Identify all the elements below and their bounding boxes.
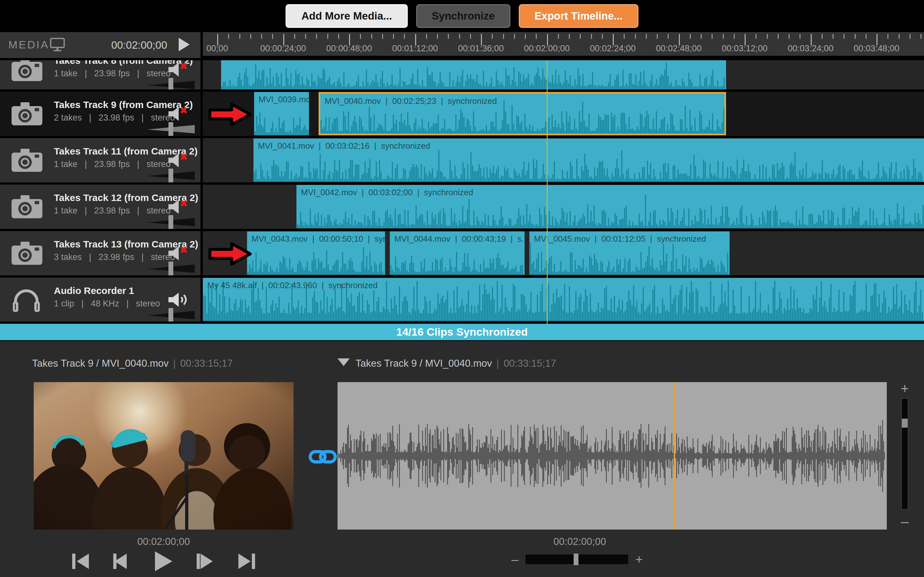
clip-label: MVI_0041.mov | 00:03:02;16 | synchronize… [258,141,430,151]
track-header[interactable]: Takes Track 13 (from Camera 2) 3 takes |… [0,231,203,276]
track-header[interactable]: Audio Recorder 1 1 clip | 48 KHz | stere… [0,277,203,322]
ruler-tick [734,34,735,39]
label-divider: | [492,358,504,369]
timeline-clip[interactable]: MVI_0043.mov | 00:00:50;10 | synchr... [247,231,385,275]
inspector-clip-title: Takes Track 9 / MVI_0040.mov [355,358,492,369]
mute-icon[interactable] [168,62,194,77]
mute-icon[interactable] [168,246,194,261]
timeline-clip[interactable]: MVI_0039.mo.. [254,92,309,135]
ruler-label: 00:00:24;00 [260,44,306,53]
ruler-tick [558,34,559,39]
timeline-clip[interactable]: MVI_0042.mov | 00:03:02;00 | synchronize… [296,185,924,228]
ruler-tick [393,34,394,39]
track-lane[interactable] [203,60,924,89]
ruler-tick [525,34,526,39]
link-icon[interactable] [309,449,337,465]
ruler-tick [899,34,900,39]
volume-handle[interactable] [168,122,173,136]
add-more-media-button[interactable]: Add More Media... [286,4,407,28]
timeline-clip[interactable]: My 45 48k.aif | 00:02:43.960 | synchroni… [203,278,924,321]
timeline-ruler[interactable]: 00;0000:00:24;0000:00:48;0000:01:12;0000… [203,32,924,56]
horizontal-zoom-control: – + [511,552,662,567]
step-back-button[interactable] [113,552,131,570]
track-lane[interactable]: MVI_0043.mov | 00:00:50;10 | synchr...MV… [203,231,924,276]
go-to-start-button[interactable] [71,552,89,570]
timeline-clip[interactable]: MVI_0045.mov | 00:01:12;05 | synchronize… [529,231,730,275]
track-lane[interactable]: MVI_0041.mov | 00:03:02;16 | synchronize… [203,138,924,182]
track-type-icon [11,287,41,314]
ruler-tick [866,34,867,39]
timeline-clip[interactable]: MVI_0041.mov | 00:03:02;16 | synchronize… [254,139,924,182]
sync-status-bar: 14/16 Clips Synchronized [0,324,924,341]
volume-handle[interactable] [168,308,173,322]
ruler-tick [591,34,592,39]
volume-slider[interactable] [147,261,195,276]
volume-slider[interactable] [147,169,195,182]
waveform-playhead[interactable] [674,382,675,530]
track-header[interactable]: Takes Track 8 (from Camera 2) 1 take | 2… [0,60,203,89]
ruler-tick [426,34,427,39]
mute-icon[interactable] [168,292,194,307]
horizontal-zoom-slider[interactable] [525,554,628,564]
volume-slider[interactable] [147,215,195,229]
zoom-in-vertical-button[interactable]: + [897,382,913,395]
chevron-down-icon[interactable] [338,358,350,366]
track-type-icon [11,60,42,84]
ruler-label: 00:01:36;00 [458,44,504,53]
ruler-tick [657,34,658,39]
timeline-clip[interactable]: MVI_0040.mov | 00:02:25;23 | synchronize… [318,92,726,135]
zoom-in-button[interactable]: + [635,552,643,567]
go-to-end-button[interactable] [238,552,256,570]
track-lane[interactable]: MVI_0042.mov | 00:03:02;00 | synchronize… [203,185,924,229]
ruler-tick [833,34,834,39]
synchronize-button[interactable]: Synchronize [416,4,510,28]
play-transport-button[interactable] [155,551,172,571]
volume-slider[interactable] [147,122,195,136]
ruler-tick [843,34,845,39]
toolbar: Add More Media... Synchronize Export Tim… [0,0,924,32]
track-lane[interactable]: My 45 48k.aif | 00:02:43.960 | synchroni… [203,277,924,322]
mute-icon[interactable] [168,199,194,214]
export-timeline-button[interactable]: Export Timeline... [519,4,638,28]
ruler-tick [371,34,372,39]
ruler-tick [668,34,669,39]
volume-handle[interactable] [168,261,173,276]
ruler-tick [272,34,273,39]
mute-icon[interactable] [168,153,194,168]
timeline-clip[interactable]: MVI_0044.mov | 00:00:43;19 | s... [390,231,525,275]
step-forward-button[interactable] [196,552,214,570]
track-lane[interactable]: MVI_0039.mo..MVI_0040.mov | 00:02:25;23 … [203,92,924,136]
play-button[interactable] [179,38,190,51]
horizontal-zoom-handle[interactable] [573,554,578,565]
ruler-label: 00:01:12;00 [392,44,438,53]
waveform-graph [338,382,887,530]
zoom-out-button[interactable]: – [511,552,519,567]
timeline-header: MEDIA 00:02:00;00 00;0000:00:24;0000:00:… [0,32,924,58]
ruler-tick [887,34,888,39]
monitor-icon [50,38,65,52]
media-panel-header: MEDIA 00:02:00;00 [0,32,203,58]
ruler-tick [382,34,383,39]
track-header[interactable]: Takes Track 11 (from Camera 2) 1 take | … [0,138,203,182]
vertical-zoom-handle[interactable] [902,419,908,428]
volume-handle[interactable] [168,215,173,229]
volume-handle[interactable] [168,169,173,182]
vertical-zoom-control: + – [897,382,913,549]
red-arrow-annotation [207,242,252,268]
volume-slider[interactable] [147,78,195,89]
track-name: Audio Recorder 1 [54,285,134,296]
volume-slider[interactable] [147,308,195,322]
timeline-clip[interactable] [221,60,726,89]
ruler-tick [294,34,295,39]
waveform-panel[interactable] [338,382,887,530]
track-details: 1 take | 23.98 fps | stereo [54,69,171,79]
mute-icon[interactable] [168,106,194,121]
track-header[interactable]: Takes Track 9 (from Camera 2) 2 takes | … [0,92,203,136]
track-header[interactable]: Takes Track 12 (from Camera 2) 1 take | … [0,185,203,229]
ruler-tick [503,34,504,39]
ruler-tick [855,34,856,39]
vertical-zoom-slider[interactable] [901,398,908,510]
volume-handle[interactable] [168,78,173,89]
timeline-playhead[interactable] [547,60,548,324]
zoom-out-vertical-button[interactable]: – [897,514,913,530]
